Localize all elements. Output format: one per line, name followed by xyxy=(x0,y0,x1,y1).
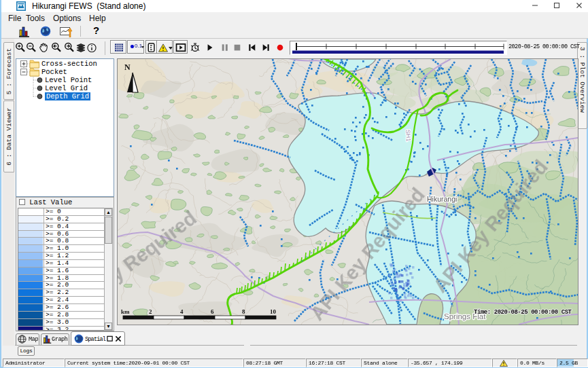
svg-text:N: N xyxy=(124,62,131,72)
svg-text:8: 8 xyxy=(242,308,245,315)
svg-text:Time: 2020-08-25 00:00:00 CST: Time: 2020-08-25 00:00:00 CST xyxy=(474,309,572,316)
svg-text:km: km xyxy=(121,308,130,315)
svg-text:6: 6 xyxy=(211,308,214,315)
svg-text:SH1: SH1 xyxy=(404,129,412,141)
svg-text:4: 4 xyxy=(180,308,184,315)
svg-text:2: 2 xyxy=(149,308,152,315)
svg-text:10: 10 xyxy=(270,308,277,315)
svg-text:Hikurangi: Hikurangi xyxy=(427,195,457,203)
